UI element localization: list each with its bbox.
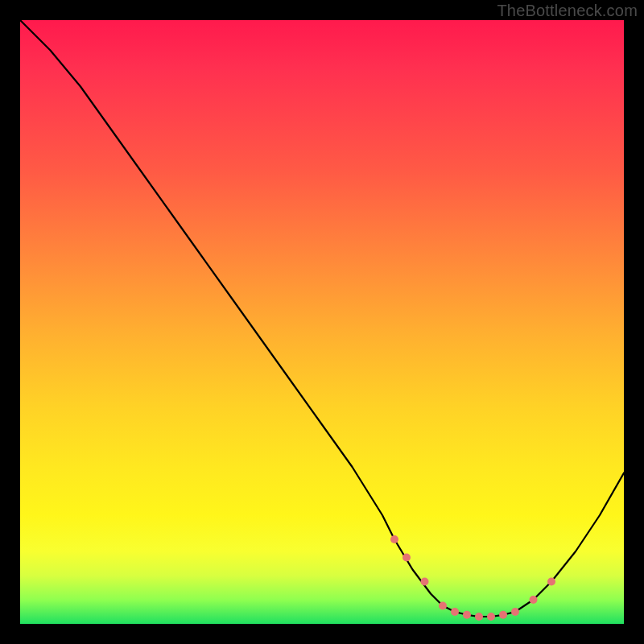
sweet-spot-dot xyxy=(439,602,447,610)
watermark-text: TheBottleneck.com xyxy=(497,2,638,20)
sweet-spot-dots xyxy=(390,535,555,621)
sweet-spot-dot xyxy=(421,578,429,586)
curve-svg xyxy=(20,20,624,624)
sweet-spot-dot xyxy=(475,613,483,621)
sweet-spot-dot xyxy=(402,554,411,562)
sweet-spot-dot xyxy=(530,596,538,604)
plot-area xyxy=(20,20,624,624)
sweet-spot-dot xyxy=(451,608,459,616)
sweet-spot-dot xyxy=(390,535,398,543)
sweet-spot-dot xyxy=(511,608,519,616)
chart-frame: TheBottleneck.com xyxy=(0,0,644,644)
sweet-spot-dot xyxy=(463,611,471,619)
bottleneck-curve xyxy=(20,20,624,617)
sweet-spot-dot xyxy=(487,613,495,621)
sweet-spot-dot xyxy=(547,578,555,586)
sweet-spot-dot xyxy=(499,611,507,619)
